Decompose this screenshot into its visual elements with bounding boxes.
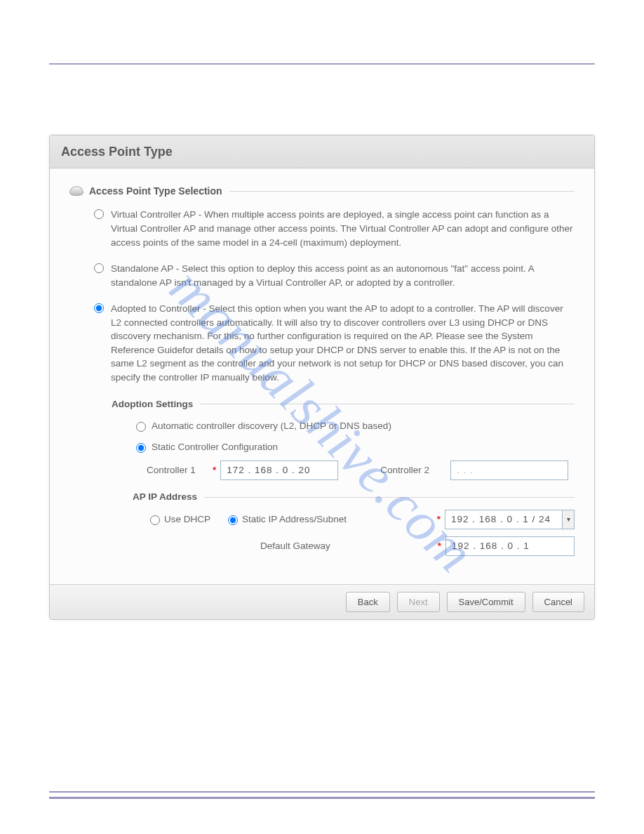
- radio-static-controller[interactable]: [136, 443, 146, 453]
- option-adopted-text: Adopted to Controller - Select this opti…: [111, 302, 575, 384]
- default-gateway-label: Default Gateway: [260, 539, 330, 553]
- subnet-dropdown[interactable]: ▾: [562, 510, 575, 529]
- option-virtual-controller[interactable]: Virtual Controller AP - When multiple ac…: [90, 208, 575, 249]
- radio-use-dhcp[interactable]: [150, 515, 160, 525]
- required-marker: *: [437, 512, 441, 527]
- controller2-ip-input[interactable]: . . .: [450, 461, 568, 480]
- apip-divider: [204, 497, 575, 498]
- option-standalone-text: Standalone AP - Select this option to de…: [111, 262, 575, 289]
- controller1-ip-input[interactable]: 172 . 168 . 0 . 20: [220, 461, 338, 480]
- radio-virtual-controller[interactable]: [94, 209, 104, 219]
- option-standalone[interactable]: Standalone AP - Select this option to de…: [90, 262, 575, 289]
- save-commit-button[interactable]: Save/Commit: [447, 592, 525, 612]
- option-auto-discovery[interactable]: Automatic controller discovery (L2, DHCP…: [133, 419, 575, 433]
- use-dhcp-label: Use DHCP: [164, 512, 210, 527]
- controller-row: Controller 1 * 172 . 168 . 0 . 20 Contro…: [147, 461, 575, 480]
- next-button[interactable]: Next: [397, 592, 440, 612]
- static-controller-label: Static Controller Configuration: [152, 440, 278, 454]
- adoption-divider: [200, 404, 575, 404]
- ap-ip-address-title: AP IP Address: [133, 490, 197, 504]
- option-static-ip[interactable]: Static IP Address/Subnet: [224, 512, 347, 527]
- radio-standalone[interactable]: [94, 263, 104, 273]
- section-divider: [229, 191, 575, 192]
- section-title: Access Point Type Selection: [89, 184, 222, 198]
- access-point-type-panel: Access Point Type Access Point Type Sele…: [49, 135, 595, 620]
- option-use-dhcp[interactable]: Use DHCP: [147, 512, 210, 527]
- cancel-button[interactable]: Cancel: [532, 592, 584, 612]
- adoption-settings-title: Adoption Settings: [112, 397, 193, 411]
- controller1-label: Controller 1: [147, 463, 210, 477]
- radio-auto-discovery[interactable]: [136, 422, 146, 432]
- required-marker: *: [438, 539, 441, 553]
- static-ip-label: Static IP Address/Subnet: [242, 512, 347, 527]
- radio-static-ip[interactable]: [228, 515, 238, 525]
- access-point-icon: [69, 186, 83, 196]
- controller2-label: Controller 2: [380, 463, 443, 477]
- option-static-controller[interactable]: Static Controller Configuration: [133, 440, 575, 454]
- bottom-divider: [49, 791, 595, 799]
- back-button[interactable]: Back: [346, 592, 390, 612]
- panel-footer: Back Next Save/Commit Cancel: [50, 584, 594, 619]
- panel-title: Access Point Type: [50, 135, 594, 168]
- radio-adopted[interactable]: [94, 303, 104, 313]
- static-ip-input[interactable]: 192 . 168 . 0 . 1 / 24: [445, 510, 563, 529]
- option-adopted[interactable]: Adopted to Controller - Select this opti…: [90, 302, 575, 384]
- gateway-ip-input[interactable]: 192 . 168 . 0 . 1: [445, 536, 575, 556]
- auto-discovery-label: Automatic controller discovery (L2, DHCP…: [152, 419, 391, 433]
- option-virtual-text: Virtual Controller AP - When multiple ac…: [111, 208, 575, 249]
- required-marker: *: [213, 463, 216, 477]
- top-divider: [49, 63, 595, 65]
